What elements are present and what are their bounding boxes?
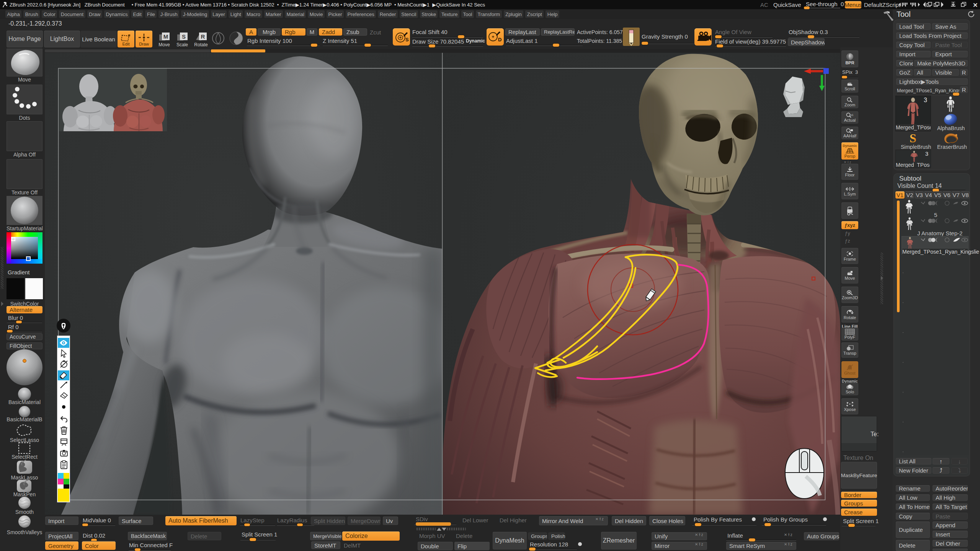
svg-text:S: S: [405, 37, 409, 42]
svg-text:3: 3: [924, 97, 927, 103]
svg-text:S: S: [910, 132, 916, 144]
svg-text:Draw: Draw: [139, 42, 149, 46]
svg-text:S: S: [182, 33, 186, 40]
svg-text:Scale: Scale: [176, 42, 188, 47]
svg-text:R: R: [201, 33, 205, 40]
svg-text:4: 4: [949, 108, 952, 113]
svg-text:D: D: [498, 37, 501, 42]
svg-text:Edit: Edit: [122, 42, 130, 46]
svg-text:Move: Move: [158, 42, 170, 47]
svg-text:x1: x1: [851, 114, 854, 116]
svg-text:M: M: [163, 33, 168, 40]
svg-text:3: 3: [925, 150, 928, 157]
svg-text:Rotate: Rotate: [194, 42, 208, 47]
